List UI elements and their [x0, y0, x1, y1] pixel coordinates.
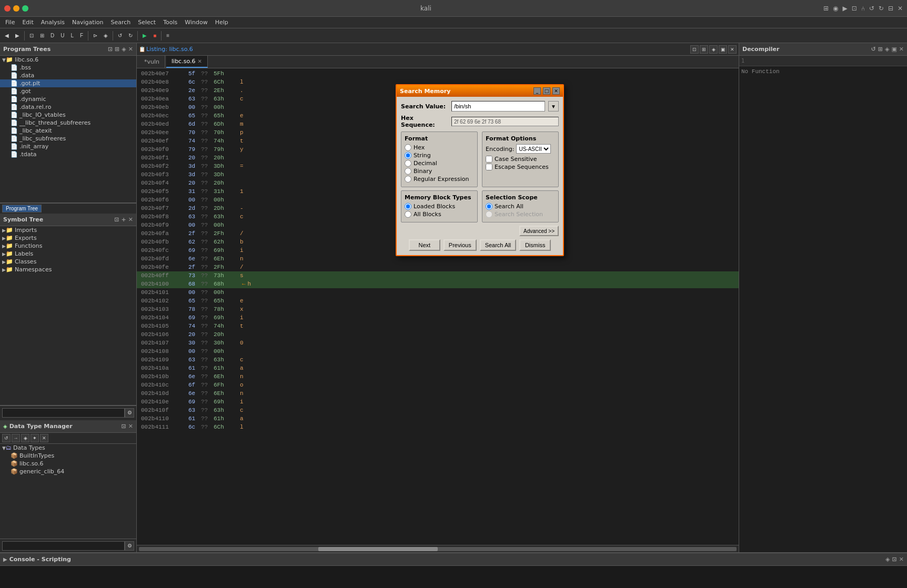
listing-row[interactable]: 002b410800??00h — [137, 347, 739, 356]
dismiss-btn[interactable]: Dismiss — [519, 239, 551, 251]
search-all-btn[interactable]: Search All — [480, 239, 517, 251]
all-blocks-radio[interactable] — [405, 211, 411, 218]
menu-file[interactable]: File — [2, 18, 18, 27]
tree-item-subfreeres[interactable]: 📄 _libc_subfreeres — [0, 135, 136, 143]
dtm-generic[interactable]: 📦 generic_clib_64 — [0, 468, 136, 475]
pt-icon-3[interactable]: ◈ — [122, 46, 126, 53]
tab-libc-close[interactable]: ✕ — [197, 58, 201, 64]
pt-close[interactable]: ✕ — [128, 46, 133, 53]
tree-item-data[interactable]: 📄 .data — [0, 72, 136, 79]
search-memory-dialog[interactable]: Search Memory _ □ ✕ Search Value: ▼ — [396, 84, 564, 256]
search-value-dropdown[interactable]: ▼ — [548, 101, 559, 111]
symbol-filter-input[interactable] — [2, 408, 125, 418]
tree-item-atexit[interactable]: 📄 _libc_atexit — [0, 127, 136, 135]
dialog-maximize[interactable]: □ — [543, 87, 550, 95]
listing-row[interactable]: 002b410265??65he — [137, 297, 739, 305]
dtm-icon-2[interactable]: ✕ — [128, 423, 133, 430]
listing-row[interactable]: 002b410469??69hi — [137, 313, 739, 322]
pt-icon-2[interactable]: ⊞ — [115, 46, 119, 53]
symbol-filter-btn[interactable]: ⚙ — [125, 408, 134, 418]
tree-item-init[interactable]: 📄 .init_array — [0, 143, 136, 150]
toolbar-btn-4[interactable]: U — [58, 31, 67, 40]
advanced-btn[interactable]: Advanced >> — [519, 226, 559, 236]
dialog-close[interactable]: ✕ — [552, 87, 560, 95]
pt-icon-1[interactable]: ⊡ — [108, 46, 113, 53]
listing-maximize[interactable]: ▣ — [719, 45, 727, 54]
toolbar-btn-5[interactable]: L — [68, 31, 76, 40]
dtm-builtin[interactable]: 📦 BuiltInTypes — [0, 452, 136, 460]
toolbar-btn-1[interactable]: ⊡ — [27, 31, 36, 40]
close-btn[interactable] — [4, 5, 11, 12]
tab-vuln[interactable]: *vuln — [139, 56, 165, 68]
sym-exports[interactable]: ▶ 📁 Exports — [0, 234, 136, 242]
format-decimal-radio[interactable] — [405, 160, 411, 167]
listing-scrollbar[interactable] — [137, 545, 739, 552]
tree-item-bss[interactable]: 📄 .bss — [0, 64, 136, 72]
listing-row[interactable]: 002b410730??30h0 — [137, 339, 739, 347]
toolbar-btn-8[interactable]: ◈ — [101, 31, 110, 40]
listing-close[interactable]: ✕ — [728, 45, 737, 54]
listing-row[interactable]: 002b410c6f??6Fho — [137, 381, 739, 389]
menu-search[interactable]: Search — [107, 18, 134, 27]
case-sensitive-check[interactable] — [486, 156, 492, 163]
scroll-track[interactable] — [139, 547, 737, 551]
maximize-btn[interactable] — [22, 5, 28, 12]
toolbar-btn-6[interactable]: F — [77, 31, 86, 40]
toolbar-redo[interactable]: ↻ — [126, 31, 135, 40]
sym-functions[interactable]: ▶ 📁 Functions — [0, 242, 136, 250]
st-close[interactable]: ✕ — [128, 216, 133, 223]
listing-header-btn-1[interactable]: ⊡ — [690, 45, 699, 54]
sym-imports[interactable]: ▶ 📁 Imports — [0, 226, 136, 234]
tab-libc[interactable]: libc.so.6 ✕ — [166, 56, 208, 68]
previous-btn[interactable]: Previous — [444, 239, 477, 251]
listing-header-btn-2[interactable]: ⊞ — [700, 45, 708, 54]
close-icon[interactable]: ✕ — [898, 5, 903, 12]
listing-row[interactable]: 002b410574??74ht — [137, 322, 739, 330]
dialog-minimize[interactable]: _ — [533, 87, 541, 95]
toolbar-run[interactable]: ▶ — [140, 31, 149, 40]
tree-item-got-plt[interactable]: 📄 .got.plt — [0, 79, 136, 87]
listing-row[interactable]: 002b410620??20h — [137, 330, 739, 339]
st-icon-1[interactable]: ⊡ — [114, 216, 119, 223]
listing-row[interactable]: 002b410068??68h←h — [137, 280, 739, 288]
listing-row[interactable]: 002b410d6e??6Ehn — [137, 389, 739, 398]
format-regex-radio[interactable] — [405, 176, 411, 183]
sym-labels[interactable]: ▶ 📁 Labels — [0, 250, 136, 258]
dec-icon-4[interactable]: ▣ — [891, 46, 896, 53]
tree-item-dynamic[interactable]: 📄 .dynamic — [0, 95, 136, 103]
tree-item-tdata[interactable]: 📄 .tdata — [0, 150, 136, 158]
sym-classes[interactable]: ▶ 📁 Classes — [0, 258, 136, 266]
program-tree-tab[interactable]: Program Tree — [2, 205, 42, 212]
toolbar-btn-7[interactable]: ⊳ — [90, 31, 100, 40]
tree-item-io-vtables[interactable]: 📄 _libc_IO_vtables — [0, 111, 136, 119]
console-icon-1[interactable]: ◈ — [885, 556, 890, 563]
toolbar-undo[interactable]: ↺ — [115, 31, 125, 40]
dtm-btn-5[interactable]: ✕ — [40, 434, 48, 442]
dec-icon-2[interactable]: ⊞ — [878, 46, 883, 53]
forward-icon[interactable]: ↻ — [879, 5, 884, 12]
listing-row[interactable]: 002b410100??00h — [137, 288, 739, 297]
tree-item-data-rel-ro[interactable]: 📄 .data.rel.ro — [0, 103, 136, 111]
menu-window[interactable]: Window — [182, 18, 210, 27]
forward-toolbar-btn[interactable]: ▶ — [13, 31, 22, 40]
dtm-btn-4[interactable]: ✦ — [31, 434, 39, 442]
back-icon[interactable]: ↺ — [869, 5, 874, 12]
listing-row[interactable]: 002b410e69??69hi — [137, 398, 739, 406]
dtm-data-types[interactable]: ▼ 🗂 Data Types — [0, 444, 136, 452]
dtm-icon-1[interactable]: ⊡ — [122, 423, 126, 430]
listing-row[interactable]: 002b410963??63hc — [137, 356, 739, 364]
escape-sequences-check[interactable] — [486, 164, 492, 170]
listing-row[interactable]: 002b40fe2f??2Fh/ — [137, 263, 739, 271]
toolbar-stop[interactable]: ■ — [150, 31, 159, 40]
dtm-btn-1[interactable]: ↺ — [2, 434, 11, 442]
dtm-btn-2[interactable]: → — [12, 434, 20, 442]
listing-row[interactable]: 002b40ff73??73hs — [137, 271, 739, 280]
toolbar-btn-3[interactable]: D — [48, 31, 57, 40]
menu-navigation[interactable]: Navigation — [69, 18, 106, 27]
dec-close[interactable]: ✕ — [899, 46, 904, 53]
menu-tools[interactable]: Tools — [160, 18, 180, 27]
format-string-radio[interactable] — [405, 152, 411, 159]
search-value-input[interactable] — [451, 101, 545, 111]
menu-analysis[interactable]: Analysis — [38, 18, 68, 27]
menu-help[interactable]: Help — [212, 18, 231, 27]
